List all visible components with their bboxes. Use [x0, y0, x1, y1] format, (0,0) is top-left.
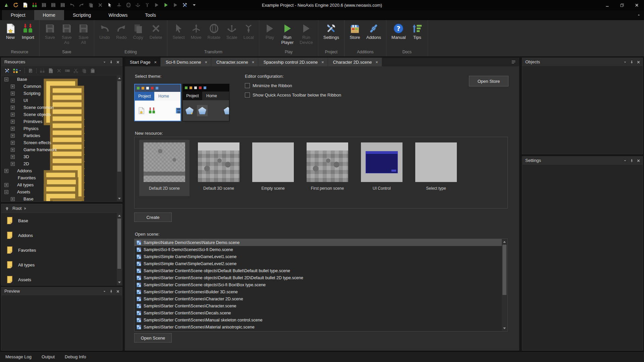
tree-expander-icon[interactable]: +: [11, 162, 15, 166]
redo-icon[interactable]: [78, 2, 84, 8]
tree-expander-icon[interactable]: −: [4, 190, 8, 194]
close-icon[interactable]: [637, 60, 640, 64]
tree-expander-icon[interactable]: +: [11, 141, 15, 145]
root-folder-item-addons[interactable]: Addons: [2, 228, 116, 243]
store-button[interactable]: Store: [346, 22, 363, 41]
save-all-button[interactable]: Save All: [75, 22, 92, 46]
pin-icon[interactable]: [109, 60, 113, 64]
scroll-down-icon[interactable]: [502, 326, 507, 331]
edit-icon[interactable]: [28, 68, 33, 73]
redo-button[interactable]: Redo: [113, 22, 130, 41]
minimize-ribbon-checkbox[interactable]: [245, 83, 250, 88]
tree-expander-icon[interactable]: −: [4, 77, 8, 81]
pin-icon[interactable]: [630, 60, 634, 64]
close-tab-icon[interactable]: ×: [252, 60, 255, 65]
minimize-button[interactable]: [600, 0, 614, 10]
addons-button[interactable]: Addons: [363, 22, 384, 41]
new-resource-tile-empty-scene[interactable]: Empty scene: [248, 140, 298, 196]
tree-item-screen-effects[interactable]: +Screen effects: [2, 139, 116, 146]
scene-list-item[interactable]: Samples\Starter Content\Scenes\Builder 3…: [135, 288, 502, 295]
tree-expander-icon[interactable]: +: [11, 113, 15, 117]
tree-item-primitives[interactable]: +Primitives: [2, 118, 116, 125]
tree-item-common[interactable]: +Common: [2, 83, 116, 90]
tree-expander-icon[interactable]: +: [11, 155, 15, 159]
save-all-icon[interactable]: [60, 2, 65, 8]
tree-expander-icon[interactable]: +: [11, 106, 15, 110]
undo-icon[interactable]: [69, 2, 75, 8]
scene-list-item[interactable]: Samples\Simple Game\SimpleGameLevel1.sce…: [135, 253, 502, 260]
select-button[interactable]: Select: [169, 22, 187, 41]
root-folder-item-all-types[interactable]: All types: [2, 257, 116, 272]
tree-item-3d[interactable]: +3D: [2, 153, 116, 160]
close-icon[interactable]: [116, 60, 120, 64]
tree-expander-icon[interactable]: +: [11, 84, 15, 88]
open-store-button[interactable]: Open Store: [469, 76, 508, 86]
tab-project[interactable]: Project: [2, 10, 34, 20]
tree-item-ui[interactable]: +UI: [2, 97, 116, 104]
tree-expander-icon[interactable]: +: [11, 197, 15, 201]
maximize-button[interactable]: [614, 0, 629, 10]
move-icon[interactable]: [116, 2, 122, 8]
rotate-button[interactable]: Rotate: [205, 22, 223, 41]
tree-item-all-types[interactable]: +All types: [2, 181, 116, 188]
scroll-up-icon[interactable]: [117, 76, 122, 81]
root-list-scrollbar[interactable]: [117, 213, 122, 285]
run-player-icon[interactable]: [163, 2, 169, 8]
scene-list-item[interactable]: Samples\Starter Content\Scenes\Character…: [135, 302, 502, 309]
new-file-icon[interactable]: [22, 2, 28, 8]
select-icon[interactable]: [107, 2, 112, 8]
breadcrumb[interactable]: Root: [1, 204, 122, 213]
sync-icon[interactable]: [13, 2, 18, 8]
undo-button[interactable]: Undo: [96, 22, 113, 41]
root-folder-item-base[interactable]: Base: [2, 213, 116, 228]
new-button[interactable]: New: [2, 22, 19, 41]
scene-list-item[interactable]: Samples\Sci-fi Demo\Scenes\Sci-fi Demo.s…: [135, 246, 502, 253]
scene-list-item[interactable]: Samples\Simple Game\SimpleGameLevel2.sce…: [135, 260, 502, 267]
tab-tools[interactable]: Tools: [136, 10, 165, 20]
copy-button[interactable]: Copy: [130, 22, 147, 41]
new-resource-tile-default-3d-scene[interactable]: Default 3D scene: [194, 140, 244, 196]
tree-expander-icon[interactable]: +: [11, 127, 15, 131]
scroll-down-icon[interactable]: [117, 196, 122, 201]
tree-item-particles[interactable]: +Particles: [2, 132, 116, 139]
scene-list-item[interactable]: Samples\Starter Content\Scenes\Manual sk…: [135, 316, 502, 323]
resources-tree-scrollbar[interactable]: [117, 76, 122, 201]
document-tab-character-scene[interactable]: Character.scene×: [211, 58, 258, 66]
root-folder-item-favorites[interactable]: Favorites: [2, 243, 116, 257]
new-resource-tile-select-type[interactable]: Select type: [411, 140, 461, 196]
run-device-icon[interactable]: [172, 2, 178, 8]
scroll-up-icon[interactable]: [117, 213, 122, 218]
debug-info-button[interactable]: Debug Info: [65, 354, 86, 359]
tree-item-addons[interactable]: +Addons: [2, 167, 116, 174]
scene-list-item[interactable]: Samples\Starter Content\Scenes\Character…: [135, 295, 502, 302]
scrollbar-thumb[interactable]: [117, 219, 121, 269]
tab-home[interactable]: Home: [34, 10, 64, 20]
local-icon[interactable]: [144, 2, 150, 8]
tab-list-icon[interactable]: [511, 60, 516, 64]
tree-item-scene-common[interactable]: +Scene common: [2, 104, 116, 111]
root-folder-item-assets[interactable]: Assets: [2, 272, 116, 285]
tree-expander-icon[interactable]: +: [4, 183, 8, 187]
panel-menu-chevron-icon[interactable]: [103, 290, 106, 293]
tree-item-base[interactable]: +Base: [2, 195, 116, 201]
cut-icon[interactable]: [73, 68, 78, 73]
tab-windows[interactable]: Windows: [100, 10, 136, 20]
scene-list-scrollbar[interactable]: [502, 239, 507, 331]
collapse-ribbon-icon[interactable]: [637, 13, 641, 17]
save-button[interactable]: Save: [42, 22, 58, 41]
output-button[interactable]: Output: [42, 354, 55, 359]
quick-access-below-ribbon-checkbox[interactable]: [245, 93, 250, 98]
delete-icon[interactable]: [97, 2, 103, 8]
tree-item-physics[interactable]: +Physics: [2, 125, 116, 132]
panel-menu-chevron-icon[interactable]: [103, 60, 106, 64]
import-button[interactable]: Import: [19, 22, 37, 41]
save-as-button[interactable]: Save As: [58, 22, 75, 46]
tools-wrench-icon[interactable]: [4, 68, 10, 73]
close-tab-icon[interactable]: ×: [154, 60, 157, 65]
settings-icon[interactable]: [182, 2, 187, 8]
scene-list-item[interactable]: Samples\Starter Content\Scene objects\De…: [135, 274, 502, 281]
new-resource-tile-first-person-scene[interactable]: First person scene: [302, 140, 353, 196]
rename-icon[interactable]: [65, 68, 70, 73]
scale-icon[interactable]: [135, 2, 141, 8]
tree-expander-icon[interactable]: +: [11, 92, 15, 96]
